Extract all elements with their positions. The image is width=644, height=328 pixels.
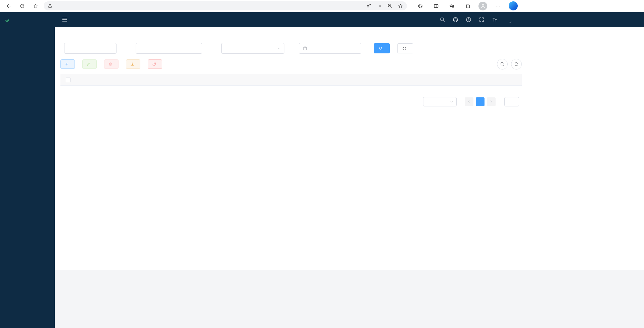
chevron-down-icon [277,46,281,50]
app-header [55,12,644,27]
col-header-id [76,74,142,85]
status-select[interactable] [221,43,284,54]
pagination [60,97,522,106]
favorites-add-star-icon[interactable] [398,3,403,8]
prev-page-button[interactable] [465,97,473,106]
dict-table [60,74,522,86]
browser-back-button[interactable] [3,1,14,11]
font-size-icon[interactable] [492,17,498,22]
puzzle-icon [418,3,423,9]
col-header-type [208,74,274,85]
edit-button[interactable] [82,59,97,69]
back-icon [6,3,11,9]
app-logo [0,12,55,28]
calendar-icon [303,46,307,51]
collections-icon[interactable] [463,1,473,11]
delete-button[interactable] [104,59,119,69]
search-button[interactable] [374,43,390,53]
chevron-right-icon [489,100,493,104]
refresh-table-button[interactable] [511,59,522,69]
select-all-checkbox[interactable] [66,78,71,82]
dict-name-input[interactable] [64,43,117,54]
trash-icon [108,62,112,66]
col-header-remark [340,74,406,85]
fullscreen-icon[interactable] [479,17,485,22]
filter-bar [60,43,522,54]
header-actions [440,15,512,24]
address-bar[interactable] [44,1,407,10]
tab-bar [55,27,644,38]
site-info-lock-icon[interactable] [48,4,52,8]
col-header-name [142,74,208,85]
main-area [55,12,644,328]
logo-leaf-icon [4,17,10,22]
zoom-out-icon[interactable] [387,3,392,8]
browser-refresh-button[interactable] [17,1,27,11]
browser-menu-icon[interactable] [493,1,503,11]
read-aloud-icon[interactable] [377,4,381,8]
col-header-status [274,74,340,85]
page-size-select[interactable] [423,97,457,106]
app [0,12,644,328]
reset-icon [402,46,407,51]
bing-icon[interactable] [509,1,518,10]
download-icon [130,62,134,66]
refresh-icon [152,62,156,66]
password-key-icon[interactable] [366,3,371,8]
dict-type-input[interactable] [136,43,202,54]
search-icon [500,62,505,66]
content [55,38,644,270]
goto-page-input[interactable] [504,97,519,106]
page-number-button[interactable] [476,97,485,106]
browser-toolbar [0,0,644,12]
extensions-icon[interactable] [415,1,425,11]
chevron-left-icon [467,100,471,104]
refresh-cache-button[interactable] [148,59,162,69]
table-toolbar [60,59,522,69]
refresh-icon [19,3,25,9]
person-icon [480,3,486,9]
github-icon[interactable] [453,17,458,22]
sidebar [0,12,55,328]
table-header-row [60,74,522,85]
col-header-created [406,74,452,85]
add-button[interactable] [60,59,75,69]
col-header-actions [452,74,522,85]
hamburger-icon[interactable] [61,16,68,23]
help-icon[interactable] [466,17,471,22]
ellipsis-icon [495,3,501,9]
plus-icon [65,62,69,66]
toggle-search-button[interactable] [497,59,508,69]
edit-icon [87,62,91,66]
page-background [55,270,644,328]
favorites-bar-icon[interactable] [447,1,457,11]
star-lines-icon [449,3,455,9]
header-search-icon[interactable] [440,17,445,22]
chevron-down-icon [450,100,454,104]
export-button[interactable] [126,59,140,69]
browser-actions [415,1,518,11]
split-icon [433,3,439,9]
reset-button[interactable] [397,43,413,53]
next-page-button[interactable] [487,97,496,106]
home-icon [33,3,38,9]
search-icon [379,46,383,51]
user-menu-caret-icon[interactable] [508,20,512,24]
browser-profile-avatar[interactable] [478,2,487,10]
split-screen-icon[interactable] [431,1,441,11]
date-range-picker[interactable] [299,43,361,54]
read-aloud-waves-icon [377,4,381,8]
browser-home-button[interactable] [30,1,41,11]
collections-stack-icon [465,3,470,9]
refresh-icon [514,62,519,66]
